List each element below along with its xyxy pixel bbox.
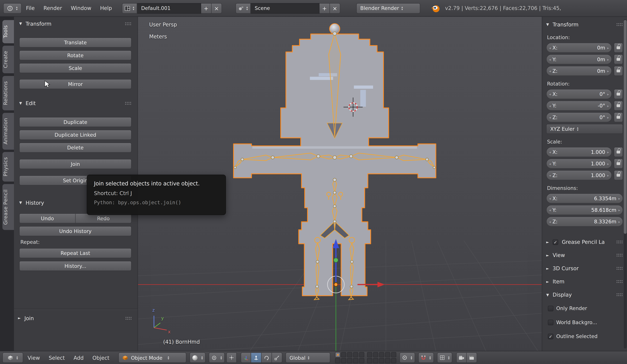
lock-rotation-z-button[interactable]: [614, 112, 623, 122]
layer-cell[interactable]: [353, 352, 358, 357]
menu-object[interactable]: Object: [88, 351, 114, 364]
menu-file[interactable]: File: [22, 0, 39, 16]
mirror-button[interactable]: Mirror: [19, 79, 132, 89]
layer-cell[interactable]: [373, 352, 378, 357]
decrement-icon[interactable]: [549, 115, 551, 119]
panel-header-3d-cursor[interactable]: ► 3D Cursor: [546, 262, 623, 275]
layer-cell[interactable]: [359, 352, 364, 357]
panel-grip-icon[interactable]: [125, 316, 132, 320]
panel-header-grease-pencil[interactable]: ► Grease Pencil La: [546, 235, 623, 249]
layer-cell[interactable]: [391, 358, 396, 363]
layer-cell[interactable]: [367, 352, 372, 357]
y-axis-handle[interactable]: [334, 258, 338, 263]
only-render-checkbox[interactable]: [548, 306, 553, 311]
panel-header-transform-props[interactable]: ▼ Transform: [546, 19, 623, 30]
layer-cell[interactable]: [385, 352, 390, 357]
increment-icon[interactable]: [607, 104, 609, 108]
increment-icon[interactable]: [618, 196, 620, 200]
browse-scenes-button[interactable]: [235, 3, 251, 13]
tab-relations[interactable]: Relations: [2, 76, 14, 110]
tab-physics[interactable]: Physics: [2, 152, 14, 182]
increment-icon[interactable]: [607, 150, 609, 154]
panel-grip-icon[interactable]: [125, 101, 132, 105]
layer-cell[interactable]: [367, 358, 372, 363]
layer-cell[interactable]: [335, 352, 340, 357]
add-scene-button[interactable]: +: [319, 3, 330, 13]
join-button[interactable]: Join: [19, 159, 132, 169]
increment-icon[interactable]: [607, 69, 609, 73]
increment-icon[interactable]: [618, 208, 620, 212]
scale-manipulator-button[interactable]: [272, 353, 282, 363]
translate-manipulator-button[interactable]: [251, 353, 261, 363]
snap-element-dropdown[interactable]: [437, 353, 452, 363]
editor-type-button[interactable]: [3, 3, 22, 13]
decrement-icon[interactable]: [549, 220, 551, 224]
location-x-field[interactable]: X: 0m: [546, 43, 612, 53]
undo-history-button[interactable]: Undo History: [19, 226, 132, 236]
scale-z-field[interactable]: Z: 1.000: [546, 170, 612, 180]
viewport-shading-dropdown[interactable]: [190, 353, 206, 363]
layer-cell[interactable]: [373, 358, 378, 363]
layer-cell[interactable]: [359, 358, 364, 363]
location-z-field[interactable]: Z: 0m: [546, 66, 612, 76]
panel-header-transform[interactable]: ▼ Transform: [19, 18, 132, 29]
menu-window[interactable]: Window: [66, 0, 96, 16]
decrement-icon[interactable]: [549, 92, 551, 96]
location-y-field[interactable]: Y: 0m: [546, 54, 612, 64]
tab-tools[interactable]: Tools: [2, 20, 14, 43]
layer-cell[interactable]: [385, 358, 390, 363]
transform-orientation-dropdown[interactable]: Global: [285, 353, 330, 363]
lock-scale-x-button[interactable]: [614, 147, 623, 157]
rotation-mode-dropdown[interactable]: XYZ Euler: [546, 124, 623, 134]
panel-grip-icon[interactable]: [616, 293, 623, 296]
decrement-icon[interactable]: [549, 46, 551, 50]
scale-button[interactable]: Scale: [19, 63, 132, 73]
lock-scale-z-button[interactable]: [614, 170, 623, 180]
tab-grease-pencil[interactable]: Grease Pencil: [2, 184, 14, 230]
add-layout-button[interactable]: +: [201, 3, 211, 13]
menu-render[interactable]: Render: [39, 0, 66, 16]
layer-cell[interactable]: [347, 352, 352, 357]
panel-header-item[interactable]: ► Item: [546, 275, 623, 288]
properties-scrollbar[interactable]: [624, 19, 627, 348]
layer-cell[interactable]: [347, 358, 352, 363]
decrement-icon[interactable]: [549, 162, 551, 166]
delete-button[interactable]: Delete: [19, 143, 132, 153]
render-engine-dropdown[interactable]: Blender Render: [356, 3, 420, 13]
rotation-x-field[interactable]: X: 0°: [546, 89, 612, 99]
panel-grip-icon[interactable]: [125, 22, 132, 25]
tab-animation[interactable]: Animation: [2, 113, 14, 149]
grease-pencil-checkbox[interactable]: [553, 239, 558, 245]
editor-type-button[interactable]: [2, 353, 23, 363]
increment-icon[interactable]: [607, 115, 609, 119]
pivot-align-toggle[interactable]: [226, 353, 237, 363]
increment-icon[interactable]: [607, 92, 609, 96]
menu-view[interactable]: View: [23, 351, 44, 364]
menu-help[interactable]: Help: [96, 0, 116, 16]
dimensions-y-field[interactable]: Y: 58.618cm: [546, 205, 623, 215]
snap-toggle-dropdown[interactable]: [418, 353, 434, 363]
rotation-z-field[interactable]: Z: 0°: [546, 112, 612, 122]
lock-scale-y-button[interactable]: [614, 159, 623, 169]
layer-cell[interactable]: [391, 352, 396, 357]
decrement-icon[interactable]: [549, 173, 551, 177]
proportional-edit-dropdown[interactable]: [400, 353, 415, 363]
decrement-icon[interactable]: [549, 57, 551, 61]
lock-rotation-x-button[interactable]: [614, 89, 623, 99]
panel-grip-icon[interactable]: [616, 253, 623, 257]
panel-grip-icon[interactable]: [616, 280, 623, 283]
panel-grip-icon[interactable]: [616, 240, 623, 244]
decrement-icon[interactable]: [549, 69, 551, 73]
scrollbar-thumb[interactable]: [624, 20, 627, 234]
lock-location-x-button[interactable]: [614, 43, 623, 53]
layer-cell[interactable]: [341, 358, 346, 363]
decrement-icon[interactable]: [549, 104, 551, 108]
interaction-mode-dropdown[interactable]: Object Mode: [118, 353, 186, 363]
menu-add[interactable]: Add: [69, 351, 88, 364]
delete-layout-button[interactable]: ×: [211, 3, 222, 13]
dimensions-z-field[interactable]: Z: 8.3326m: [546, 217, 623, 227]
increment-icon[interactable]: [607, 173, 609, 177]
dimensions-x-field[interactable]: X: 6.3354m: [546, 193, 623, 203]
rotate-button[interactable]: Rotate: [19, 50, 132, 60]
browse-layouts-button[interactable]: [122, 3, 137, 13]
